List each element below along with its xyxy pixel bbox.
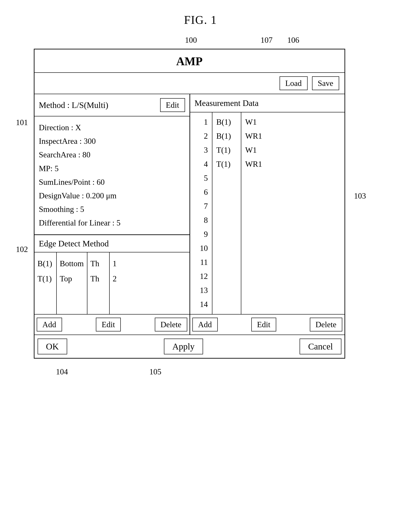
params-section: Direction : X InspectArea : 300 SearchAr… [34, 116, 190, 235]
load-button[interactable]: Load [280, 76, 308, 90]
method-edit-button[interactable]: Edit [160, 98, 185, 112]
left-delete-button[interactable]: Delete [155, 318, 187, 331]
edt-cell: B(1) [37, 256, 53, 271]
right-panel: Measurement Data 1234567891011121314 B(1… [190, 94, 345, 335]
dialog-title: AMP [34, 49, 345, 73]
right-edit-button[interactable]: Edit [251, 318, 276, 331]
cancel-button[interactable]: Cancel [300, 339, 341, 354]
right-add-button[interactable]: Add [192, 318, 218, 331]
bottom-action-row: OK Apply Cancel [34, 335, 345, 358]
meas-b-col: B(1)B(1)T(1)T(1) [212, 112, 241, 314]
edge-detect-label: Edge Detect Method [34, 235, 190, 253]
meas-b-cell: T(1) [216, 157, 237, 171]
param-direction: Direction : X [39, 121, 185, 134]
meas-number-cell: 3 [194, 143, 208, 157]
right-delete-button[interactable]: Delete [310, 318, 342, 331]
meas-number-cell: 10 [194, 241, 208, 255]
edt-cell: Th [91, 256, 106, 271]
meas-number-cell: 12 [194, 269, 208, 283]
meas-number-cell: 13 [194, 283, 208, 297]
param-design-value: DesignValue : 0.200 μm [39, 189, 185, 203]
meas-w-cell: WR1 [245, 129, 266, 143]
left-bottom-buttons: Add Edit Delete [34, 314, 190, 335]
meas-data-area: 1234567891011121314 B(1)B(1)T(1)T(1) W1W… [190, 112, 345, 314]
meas-number-cell: 7 [194, 199, 208, 213]
ref-103: 103 [354, 191, 366, 201]
meas-b-cell: T(1) [216, 143, 237, 157]
apply-button[interactable]: Apply [164, 339, 203, 354]
edt-cell: 2 [113, 271, 129, 286]
edt-cell: Bottom [60, 256, 84, 271]
left-panel: Method : L/S(Multi) Edit Direction : X I… [34, 94, 190, 335]
meas-number-cell: 14 [194, 297, 208, 311]
meas-number-cell: 2 [194, 129, 208, 143]
param-inspect-area: InspectArea : 300 [39, 134, 185, 148]
param-mp: MP: 5 [39, 162, 185, 175]
method-row: Method : L/S(Multi) Edit [34, 94, 190, 116]
edt-cell: Top [60, 271, 84, 286]
meas-b-cell: B(1) [216, 129, 237, 143]
content-area: Method : L/S(Multi) Edit Direction : X I… [34, 94, 345, 335]
right-bottom-buttons: Add Edit Delete [190, 314, 345, 335]
param-sum-lines: SumLines/Point : 60 [39, 175, 185, 189]
edt-col-2: BottomTop [57, 253, 87, 314]
ref-102: 102 [16, 245, 28, 254]
save-button[interactable]: Save [312, 76, 339, 90]
ref-101: 101 [16, 118, 28, 127]
edt-cell: Th [91, 271, 106, 286]
meas-w-cell: WR1 [245, 157, 266, 171]
meas-data-header: Measurement Data [190, 94, 345, 112]
page-title: FIG. 1 [184, 13, 217, 26]
ref-100: 100 [185, 35, 197, 45]
param-search-area: SearchArea : 80 [39, 148, 185, 162]
param-smoothing: Smoothing : 5 [39, 203, 185, 216]
edge-detect-table: B(1)T(1) BottomTop ThTh 12 [34, 253, 190, 314]
ref-107: 107 [261, 35, 273, 45]
edt-cell: 1 [113, 256, 129, 271]
edt-col-4: 12 [110, 253, 132, 314]
meas-b-cell: B(1) [216, 115, 237, 129]
main-dialog: AMP Load Save Method : L/S(Multi) Edit D… [34, 49, 345, 359]
meas-w-cell: W1 [245, 115, 266, 129]
ref-105: 105 [149, 367, 161, 376]
meas-number-cell: 11 [194, 255, 208, 269]
top-bar: Load Save [34, 73, 345, 94]
edt-col-1: B(1)T(1) [34, 253, 57, 314]
meas-number-cell: 8 [194, 213, 208, 227]
meas-number-cell: 4 [194, 157, 208, 171]
meas-number-cell: 5 [194, 171, 208, 185]
edt-cell: T(1) [37, 271, 53, 286]
ok-button[interactable]: OK [37, 339, 67, 354]
meas-number-cell: 9 [194, 227, 208, 241]
left-edit-button[interactable]: Edit [96, 318, 121, 331]
ref-104: 104 [56, 367, 68, 376]
param-differential: Differential for Linear : 5 [39, 216, 185, 230]
meas-w-cell: W1 [245, 143, 266, 157]
ref-106: 106 [287, 35, 299, 45]
method-label: Method : L/S(Multi) [39, 100, 108, 110]
meas-numbers-col: 1234567891011121314 [190, 112, 212, 314]
meas-number-cell: 6 [194, 185, 208, 199]
edt-col-3: ThTh [87, 253, 110, 314]
left-add-button[interactable]: Add [37, 318, 62, 331]
meas-number-cell: 1 [194, 115, 208, 129]
meas-w-col: W1WR1W1WR1 [241, 112, 270, 314]
